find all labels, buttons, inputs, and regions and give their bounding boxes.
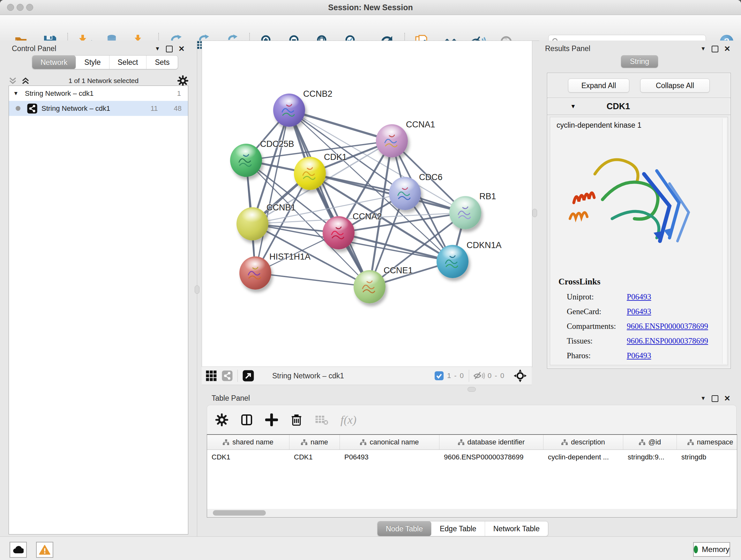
network-node-CCNE1[interactable] xyxy=(354,270,386,303)
collapse-panel-icon[interactable]: ▼ xyxy=(700,395,706,401)
results-scrollbar[interactable] xyxy=(722,118,726,364)
gene-description: cyclin-dependent kinase 1 xyxy=(556,121,642,130)
network-edges xyxy=(202,41,531,366)
float-panel-icon[interactable] xyxy=(712,46,718,52)
crosslink-link[interactable]: P06493 xyxy=(627,293,651,301)
crosslink-label: Compartments: xyxy=(567,322,627,331)
network-share-icon[interactable] xyxy=(221,370,233,381)
left-splitter-handle[interactable] xyxy=(195,286,199,294)
network-node-CCNA1[interactable] xyxy=(376,124,408,158)
column-header-name[interactable]: name xyxy=(289,435,340,449)
protein-structure-image xyxy=(564,136,698,270)
collapse-panel-icon[interactable]: ▼ xyxy=(155,46,160,52)
table-cell[interactable]: cyclin-dependent ... xyxy=(543,450,623,464)
collapse-all-chevron-icon[interactable] xyxy=(21,76,30,85)
network-node-CDC25B[interactable] xyxy=(230,144,262,177)
tab-string[interactable]: String xyxy=(621,55,658,68)
gear-icon[interactable] xyxy=(178,75,188,86)
network-node-CDKN1A[interactable] xyxy=(436,245,468,278)
expand-all-chevron-icon[interactable] xyxy=(9,76,17,85)
tab-select[interactable]: Select xyxy=(110,56,147,69)
crosslink-label: Pharos: xyxy=(567,351,627,360)
selected-checkbox-icon[interactable] xyxy=(434,371,444,381)
float-panel-icon[interactable] xyxy=(712,395,718,402)
network-tree-root-row[interactable]: ▼ String Network – cdk1 1 xyxy=(9,86,188,101)
h-scrollbar-track xyxy=(207,509,737,517)
cloud-button[interactable] xyxy=(10,542,27,558)
network-node-CDK1[interactable] xyxy=(294,157,326,190)
table-cell[interactable]: stringdb xyxy=(677,450,737,464)
column-header-shared-name[interactable]: shared name xyxy=(207,435,289,449)
node-label-CCNA1: CCNA1 xyxy=(406,120,435,130)
column-header-namespace[interactable]: namespace xyxy=(677,435,737,449)
right-splitter-handle[interactable] xyxy=(532,209,537,217)
control-panel-tabs: NetworkStyleSelectSets xyxy=(32,55,178,69)
column-header-description[interactable]: description xyxy=(543,435,623,449)
close-panel-icon[interactable]: ✕ xyxy=(724,395,731,402)
column-header--id[interactable]: @id xyxy=(623,435,677,449)
table-cell[interactable]: stringdb:9... xyxy=(623,450,677,464)
table-cell[interactable]: CDK1 xyxy=(289,450,340,464)
table-cell[interactable]: CDK1 xyxy=(207,450,289,464)
main-toolbar: ? xyxy=(0,15,741,41)
tab-sets[interactable]: Sets xyxy=(146,56,178,69)
table-settings-gear-icon[interactable] xyxy=(215,414,228,426)
close-panel-icon[interactable]: ✕ xyxy=(179,45,185,53)
collapse-gene-icon[interactable]: ▼ xyxy=(570,103,576,110)
network-node-CCNB2[interactable] xyxy=(273,94,305,127)
network-node-CDC6[interactable] xyxy=(389,177,421,210)
float-panel-icon[interactable] xyxy=(166,46,173,52)
crosslink-link[interactable]: 9606.ENSP00000378699 xyxy=(627,336,708,346)
h-scrollbar-thumb[interactable] xyxy=(213,510,266,516)
table-panel-title: Table Panel xyxy=(212,394,250,402)
collapse-all-button[interactable]: Collapse All xyxy=(640,78,710,92)
tab-style[interactable]: Style xyxy=(76,56,109,69)
network-edge[interactable] xyxy=(255,110,289,273)
tab-network-table[interactable]: Network Table xyxy=(485,521,548,536)
network-node-CCNB1[interactable] xyxy=(237,207,268,240)
hidden-counts: 0 - 0 xyxy=(488,372,505,380)
protein-thumbnail xyxy=(389,177,421,210)
warning-button[interactable] xyxy=(36,542,53,558)
column-header-database-identifier[interactable]: database identifier xyxy=(440,435,543,449)
tab-edge-table[interactable]: Edge Table xyxy=(431,521,485,536)
grid-view-icon[interactable] xyxy=(205,370,217,381)
fit-content-crosshair-icon[interactable] xyxy=(513,369,527,383)
collapse-panel-icon[interactable]: ▼ xyxy=(700,46,706,52)
close-panel-icon[interactable]: ✕ xyxy=(724,45,731,53)
network-tree-child-row[interactable]: String Network – cdk1 11 48 xyxy=(9,101,188,116)
crosslinks-list: Uniprot:P06493GeneCard:P06493Compartment… xyxy=(567,290,726,363)
table-splitter-handle[interactable] xyxy=(468,387,476,392)
hidden-eye-icon[interactable] xyxy=(474,371,485,381)
node-label-CCNE1: CCNE1 xyxy=(384,266,413,275)
table-row[interactable]: CDK1CDK1P064939606.ENSP00000378699cyclin… xyxy=(207,450,737,464)
netbar-separator xyxy=(238,370,238,382)
delete-table-icon xyxy=(315,414,328,426)
network-edge[interactable] xyxy=(255,273,369,287)
add-column-icon[interactable] xyxy=(265,414,278,426)
window-title: Session: New Session xyxy=(0,3,741,12)
crosslink-link[interactable]: P06493 xyxy=(627,351,651,360)
network-canvas[interactable]: CCNB2CCNA1CDC25BCDK1CDC6RB1CCNB1CCNA2CDK… xyxy=(202,41,532,367)
gene-header[interactable]: ▼ CDK1 xyxy=(547,98,731,115)
show-columns-icon[interactable] xyxy=(240,414,253,426)
column-header-canonical-name[interactable]: canonical name xyxy=(340,435,440,449)
table-cell[interactable]: P06493 xyxy=(340,450,440,464)
network-node-CCNA2[interactable] xyxy=(323,216,354,249)
tab-node-table[interactable]: Node Table xyxy=(378,521,431,536)
network-node-RB1[interactable] xyxy=(449,196,481,229)
crosslinks-title: CrossLinks xyxy=(558,277,601,287)
expand-all-button[interactable]: Expand All xyxy=(568,78,629,92)
memory-button[interactable]: Memory xyxy=(693,542,730,557)
control-panel-title: Control Panel xyxy=(12,44,56,53)
crosslink-link[interactable]: P06493 xyxy=(627,307,651,316)
hierarchy-icon xyxy=(639,439,645,445)
network-node-HIST1H1A[interactable] xyxy=(239,256,271,290)
table-toolbar: f(x) xyxy=(207,405,737,434)
tab-network[interactable]: Network xyxy=(32,56,76,69)
node-label-CCNA2: CCNA2 xyxy=(353,212,382,222)
delete-column-icon[interactable] xyxy=(290,414,303,426)
table-cell[interactable]: 9606.ENSP00000378699 xyxy=(440,450,543,464)
crosslink-link[interactable]: 9606.ENSP00000378699 xyxy=(627,322,708,331)
birdseye-view-icon[interactable] xyxy=(242,370,254,382)
